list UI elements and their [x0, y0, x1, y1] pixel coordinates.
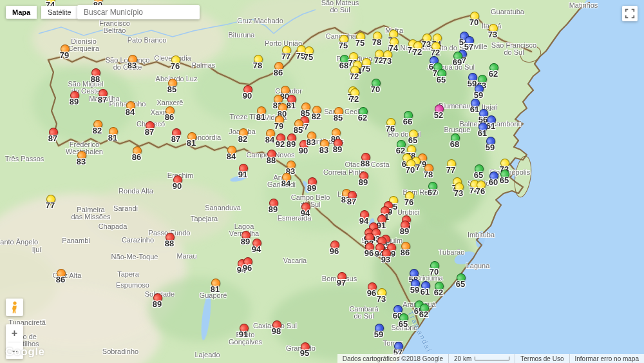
marker-value: 92 — [276, 139, 285, 149]
report-error-link[interactable]: Informar erro no mapa — [569, 354, 644, 363]
marker-value: 83 — [307, 137, 316, 147]
marker-value: 59 — [374, 329, 383, 339]
marker-value: 88 — [361, 159, 370, 168]
marker-value: 68 — [339, 61, 348, 70]
marker-value: 84 — [126, 107, 135, 117]
marker-value: 89 — [70, 97, 79, 106]
marker-value: 87 — [145, 127, 154, 137]
marker-value: 78 — [424, 170, 433, 179]
marker-value: 89 — [241, 237, 250, 246]
zoom-in-button[interactable]: + — [6, 324, 23, 342]
marker-value: 76 — [404, 197, 413, 207]
marker-value: 89 — [333, 144, 342, 154]
municipality-search-box — [77, 5, 200, 19]
marker-value: 84 — [227, 152, 236, 161]
pegman-icon — [10, 301, 20, 314]
marker-value: 85 — [167, 84, 176, 94]
marker-value: 89 — [307, 183, 316, 193]
marker-value: 83 — [128, 61, 137, 70]
pegman-button[interactable] — [6, 299, 23, 316]
marker-value: 76 — [386, 124, 395, 133]
marker-value: 83 — [319, 145, 328, 155]
google-logo[interactable]: Google — [5, 346, 45, 358]
marker-value: 70 — [371, 84, 380, 94]
google-maps-app: São Mateus do SulMatinhosGuaratubaItapoá… — [0, 0, 644, 363]
marker-value: 73 — [383, 56, 392, 66]
marker-value: 81 — [211, 284, 220, 294]
marker-value: 87 — [48, 133, 57, 143]
marker-value: 90 — [173, 181, 182, 191]
terms-of-use-link[interactable]: Termos de Uso — [515, 354, 569, 363]
marker-value: 94 — [301, 208, 310, 218]
marker-value: 81 — [108, 133, 117, 142]
marker-value: 61 — [470, 104, 479, 114]
marker-value: 75 — [304, 52, 313, 62]
marker-value: 95 — [300, 348, 309, 358]
scale-text: 20 km — [454, 355, 471, 362]
marker-value: 52 — [434, 110, 443, 120]
marker-value: 76 — [171, 61, 180, 71]
marker-value: 96 — [243, 263, 252, 273]
marker-value: 73 — [422, 39, 431, 49]
marker-value: 88 — [267, 155, 276, 165]
marker-value: 87 — [347, 197, 356, 206]
marker-value: 85 — [334, 113, 343, 123]
marker-value: 61 — [421, 287, 430, 297]
marker-value: 73 — [377, 294, 386, 304]
map-type-button-map[interactable]: Mapa — [6, 6, 37, 19]
marker-value: 86 — [401, 248, 410, 257]
marker-value: 96 — [330, 246, 339, 256]
marker-value: 91 — [238, 170, 247, 179]
marker-value: 86 — [165, 112, 174, 122]
marker-value: 84 — [281, 179, 290, 188]
marker-value: 90 — [243, 91, 252, 101]
marker-value: 70 — [469, 17, 478, 27]
marker-value: 75 — [339, 41, 348, 50]
marker-value: 82 — [93, 126, 102, 135]
marker-value: 73 — [488, 30, 497, 39]
marker-value: 83 — [77, 157, 86, 166]
marker-value: 86 — [274, 68, 283, 77]
marker-value: 65 — [474, 170, 483, 180]
marker-value: 70 — [406, 165, 415, 175]
marker-value: 94 — [252, 244, 261, 254]
marker-value: 72 — [413, 47, 422, 57]
fullscreen-icon — [624, 8, 636, 19]
marker-value: 61 — [478, 128, 487, 138]
marker-value: 89 — [269, 204, 278, 214]
marker-value: 79 — [60, 50, 69, 60]
marker-value: 66 — [403, 117, 412, 126]
marker-value: 89 — [287, 139, 296, 149]
marker-value: 86 — [132, 152, 141, 162]
marker-value: 78 — [372, 37, 381, 47]
marker-value: 62 — [489, 69, 498, 79]
marker-value: 89 — [400, 226, 409, 236]
marker-value: 62 — [419, 309, 428, 319]
marker-value: 82 — [238, 134, 247, 144]
marker-value: 89 — [153, 299, 162, 309]
marker-value: 88 — [165, 239, 174, 248]
marker-value: 87 — [171, 134, 180, 144]
search-input[interactable] — [82, 7, 198, 17]
marker-value: 78 — [253, 61, 262, 70]
marker-value: 72 — [350, 94, 359, 104]
marker-value: 85 — [294, 125, 303, 135]
marker-value: 97 — [337, 278, 346, 288]
marker-value: 69 — [453, 57, 462, 67]
marker-value: 81 — [256, 112, 265, 122]
marker-value: 87 — [98, 95, 107, 104]
marker-value: 84 — [265, 135, 274, 144]
map-type-button-satellite[interactable]: Satélite — [41, 6, 78, 19]
marker-value: 81 — [187, 138, 196, 148]
marker-value: 77 — [46, 201, 55, 210]
marker-value: 77 — [281, 52, 290, 61]
marker-value: 86 — [56, 275, 65, 284]
marker-value: 62 — [434, 288, 443, 297]
marker-value: 70 — [430, 267, 439, 277]
marker-value: 77 — [446, 165, 455, 175]
marker-value: 73 — [454, 188, 463, 198]
marker-value: 57 — [464, 42, 473, 52]
fullscreen-button[interactable] — [622, 6, 638, 21]
marker-value: 82 — [312, 112, 321, 121]
marker-value: 90 — [299, 146, 308, 155]
